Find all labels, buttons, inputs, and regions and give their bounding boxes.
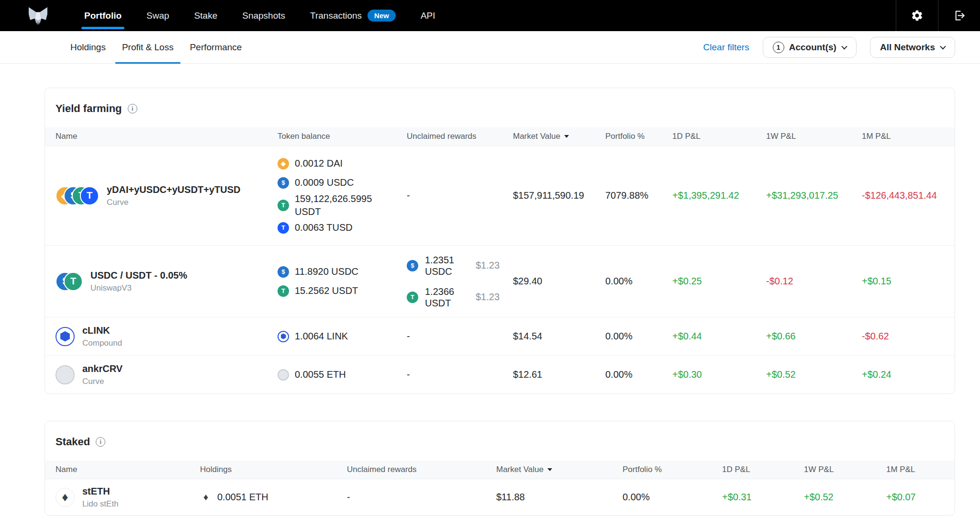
market-value: $29.40	[513, 276, 605, 287]
staked-column-headers: Name Holdings Unclaimed rewards Market V…	[45, 461, 955, 479]
usdc-icon	[278, 266, 289, 278]
settings-button[interactable]	[896, 0, 938, 31]
pool-name: cLINK	[82, 325, 122, 336]
pnl-1w: +$0.66	[766, 331, 862, 342]
col-header-1m-pnl[interactable]: 1M P&L	[886, 465, 944, 474]
portfolio-sub-nav: Holdings Profit & Loss Performance Clear…	[0, 31, 980, 64]
unclaimed-reward-line: 1.2366 USDT $1.23	[407, 282, 513, 313]
info-icon[interactable]	[128, 104, 137, 113]
top-nav-actions	[896, 0, 980, 31]
tusd-icon	[80, 186, 99, 205]
protocol-name: Compound	[82, 338, 122, 348]
col-header-portfolio-pct[interactable]: Portfolio %	[623, 465, 722, 474]
reward-amount: 1.2366	[425, 286, 469, 297]
token-balance-line: 0.0012 DAI	[278, 154, 407, 173]
col-header-market-value[interactable]: Market Value	[513, 132, 605, 141]
staked-title: Staked	[56, 436, 90, 448]
token-icon-cluster	[56, 327, 75, 346]
token-balance-line: 0.0009 USDC	[278, 173, 407, 192]
yield-farming-card: Yield farming Name Token balance Unclaim…	[45, 88, 955, 394]
logout-button[interactable]	[938, 0, 980, 31]
portfolio-pct: 0.00%	[605, 369, 672, 380]
tab-profit-loss[interactable]: Profit & Loss	[115, 31, 180, 63]
table-row[interactable]: yDAI+yUSDC+yUSDT+yTUSD Curve 0.0012 DAI …	[45, 146, 955, 245]
col-header-holdings[interactable]: Holdings	[200, 465, 347, 474]
main-content: Yield farming Name Token balance Unclaim…	[0, 64, 980, 516]
protocol-name: UniswapV3	[90, 283, 187, 293]
metamask-fox-icon	[28, 7, 48, 25]
networks-dropdown-button[interactable]: All Networks	[870, 37, 955, 58]
token-icon-cluster	[56, 272, 83, 291]
col-header-unclaimed-rewards[interactable]: Unclaimed rewards	[407, 132, 513, 141]
market-value: $157,911,590.19	[513, 190, 605, 201]
col-header-market-value-label: Market Value	[496, 465, 544, 474]
col-header-1w-pnl[interactable]: 1W P&L	[804, 465, 886, 474]
chevron-down-icon	[940, 44, 946, 50]
pool-name: USDC / USDT - 0.05%	[90, 270, 187, 281]
col-header-name[interactable]: Name	[56, 132, 278, 141]
tab-performance[interactable]: Performance	[183, 31, 249, 63]
unclaimed-reward-line: 1.2351 USDC $1.23	[407, 250, 513, 282]
col-header-unclaimed-rewards[interactable]: Unclaimed rewards	[347, 465, 496, 474]
col-header-1w-pnl[interactable]: 1W P&L	[766, 132, 862, 141]
tab-portfolio[interactable]: Portfolio	[72, 0, 134, 31]
col-header-1d-pnl[interactable]: 1D P&L	[722, 465, 804, 474]
token-balance-value: 0.0063 TUSD	[295, 221, 353, 234]
col-header-1d-pnl[interactable]: 1D P&L	[672, 132, 766, 141]
token-balance-line: 1.0064 LINK	[278, 327, 407, 346]
pnl-1w: +$0.52	[804, 492, 886, 503]
pnl-1m: -$126,443,851.44	[862, 190, 944, 201]
pool-name: ankrCRV	[82, 363, 122, 374]
eth-icon	[200, 492, 212, 503]
table-row[interactable]: ankrCRV Curve 0.0055 ETH - $12.61 0.00% …	[45, 355, 955, 394]
tab-stake[interactable]: Stake	[182, 0, 230, 31]
new-badge: New	[368, 10, 396, 22]
chainlink-icon	[56, 327, 75, 346]
pnl-1m: +$0.15	[862, 276, 944, 287]
pnl-1w: +$0.52	[766, 369, 862, 380]
col-header-token-balance[interactable]: Token balance	[278, 132, 407, 141]
dai-icon	[278, 158, 289, 169]
metamask-logo[interactable]	[28, 0, 48, 31]
market-value: $12.61	[513, 369, 605, 380]
tab-holdings-label: Holdings	[70, 42, 106, 53]
token-balance-value: 0.0009 USDC	[295, 176, 354, 189]
protocol-name: Curve	[107, 198, 241, 207]
table-row[interactable]: cLINK Compound 1.0064 LINK - $14.54 0.00…	[45, 317, 955, 355]
tab-swap[interactable]: Swap	[134, 0, 182, 31]
sort-caret-icon	[547, 468, 552, 471]
clear-filters-link[interactable]: Clear filters	[703, 42, 749, 53]
tab-snapshots-label: Snapshots	[242, 11, 285, 21]
col-header-portfolio-pct[interactable]: Portfolio %	[605, 132, 672, 141]
pnl-1d: +$1,395,291.42	[672, 190, 766, 201]
col-header-market-value-label: Market Value	[513, 132, 560, 141]
token-balance-value: 0.0055 ETH	[295, 368, 346, 381]
top-nav: Portfolio Swap Stake Snapshots Transacti…	[0, 0, 980, 31]
tab-api[interactable]: API	[408, 0, 448, 31]
steth-icon	[56, 488, 75, 507]
col-header-name[interactable]: Name	[56, 465, 200, 474]
eth-gray-icon	[278, 369, 289, 381]
usdc-icon	[407, 260, 418, 271]
token-balance-value: 0.0051 ETH	[217, 491, 268, 504]
pnl-1m: -$0.62	[862, 331, 944, 342]
token-balance-line: 15.2562 USDT	[278, 282, 407, 301]
accounts-dropdown-label: Account(s)	[789, 42, 836, 53]
unclaimed-rewards-value: -	[407, 331, 513, 342]
tab-profit-loss-label: Profit & Loss	[122, 42, 174, 53]
tab-holdings[interactable]: Holdings	[64, 31, 112, 63]
tab-api-label: API	[421, 11, 435, 21]
yield-farming-column-headers: Name Token balance Unclaimed rewards Mar…	[45, 127, 955, 146]
staked-card: Staked Name Holdings Unclaimed rewards M…	[45, 421, 955, 516]
reward-amount: 1.2351	[425, 254, 469, 266]
col-header-1m-pnl[interactable]: 1M P&L	[862, 132, 944, 141]
table-row[interactable]: USDC / USDT - 0.05% UniswapV3 11.8920 US…	[45, 245, 955, 317]
col-header-market-value[interactable]: Market Value	[496, 465, 623, 474]
tab-transactions[interactable]: Transactions New	[298, 0, 408, 31]
gear-icon	[911, 9, 924, 22]
tab-snapshots[interactable]: Snapshots	[230, 0, 298, 31]
info-icon[interactable]	[96, 437, 105, 447]
accounts-dropdown-button[interactable]: 1 Account(s)	[763, 37, 857, 58]
table-row[interactable]: stETH Lido stEth 0.0051 ETH - $11.88 0.0…	[45, 479, 955, 515]
pnl-1d: +$0.25	[672, 276, 766, 287]
